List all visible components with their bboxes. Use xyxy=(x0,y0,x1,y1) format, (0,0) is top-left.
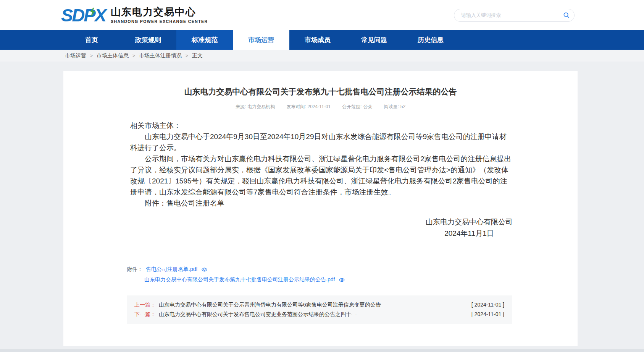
signature-block: 山东电力交易中心有限公司 2024年11月1日 xyxy=(130,216,513,239)
breadcrumb-item-market-operation[interactable]: 市场运营 xyxy=(65,52,86,59)
pager-prev-date: [ 2024-11-01 ] xyxy=(471,300,504,310)
logo-letter-x: X xyxy=(95,6,105,24)
pager-prev-label: 上一篇： xyxy=(134,300,156,310)
nav-item-market-members[interactable]: 市场成员 xyxy=(289,30,346,50)
meta-publish-time: 发布时间:2024-11-01 xyxy=(286,104,331,110)
breadcrumb-item-current: 正文 xyxy=(192,52,203,59)
site-title-cn: 山东电力交易中心 xyxy=(111,6,208,18)
lightning-icon xyxy=(89,8,95,18)
attachment-row: 附件： 售电公司注册名单.pdf xyxy=(127,266,578,273)
pager-prev-link[interactable]: 山东电力交易中心有限公司关于公示青州海岱电力有限公司等6家售电公司注册信息变更的… xyxy=(159,300,471,310)
attachments-label: 附件： xyxy=(127,266,143,273)
main-nav: 首页 政策规则 标准规范 市场运营 市场成员 常见问题 历史信息 xyxy=(0,30,644,50)
nav-item-history[interactable]: 历史信息 xyxy=(402,30,459,50)
article-title: 山东电力交易中心有限公司关于发布第九十七批售电公司注册公示结果的公告 xyxy=(63,71,578,97)
paragraph: 公示期间，市场有关方对山东赢伦电力科技有限公司、浙江绿星普化电力服务有限公司2家… xyxy=(130,153,513,198)
article-card: 山东电力交易中心有限公司关于发布第九十七批售电公司注册公示结果的公告 来源:电力… xyxy=(63,71,578,346)
nav-item-faq[interactable]: 常见问题 xyxy=(346,30,402,50)
paragraph: 附件：售电公司注册名单 xyxy=(130,198,513,209)
search-input[interactable] xyxy=(461,12,563,18)
site-logo[interactable]: SD P X 山东电力交易中心 SHANDONG POWER EXCHANGE … xyxy=(61,6,208,24)
search-icon[interactable] xyxy=(563,12,570,18)
logo-letter-p: P xyxy=(84,6,94,24)
article-body: 相关市场主体： 山东电力交易中心于2024年9月30日至2024年10月29日对… xyxy=(130,120,513,209)
breadcrumb: 市场运营 > 市场主体信息 > 市场主体注册情况 > 正文 xyxy=(0,50,644,62)
footer-strip xyxy=(0,349,644,352)
logo-text: 山东电力交易中心 SHANDONG POWER EXCHANGE CENTER xyxy=(111,6,208,24)
nav-item-home[interactable]: 首页 xyxy=(63,30,120,50)
attachment-row: 山东电力交易中心有限公司关于发布第九十七批售电公司注册公示结果的公告.pdf xyxy=(144,276,578,283)
signature-date: 2024年11月1日 xyxy=(426,228,513,239)
pager-prev-row: 上一篇： 山东电力交易中心有限公司关于公示青州海岱电力有限公司等6家售电公司注册… xyxy=(134,300,504,310)
meta-scope: 公开范围:公众 xyxy=(342,104,372,110)
breadcrumb-separator: > xyxy=(132,53,135,58)
main-nav-inner: 首页 政策规则 标准规范 市场运营 市场成员 常见问题 历史信息 xyxy=(63,30,459,50)
breadcrumb-item-subject-info[interactable]: 市场主体信息 xyxy=(97,52,129,59)
breadcrumb-separator: > xyxy=(186,53,188,58)
logo-mark: SD P X xyxy=(61,6,105,24)
pager-next-label: 下一篇： xyxy=(134,310,156,319)
site-title-en: SHANDONG POWER EXCHANGE CENTER xyxy=(111,19,208,24)
attachments-section: 附件： 售电公司注册名单.pdf 山东电力交易中心有限公司关于发布第九十七批售电… xyxy=(127,266,578,283)
nav-item-standards[interactable]: 标准规范 xyxy=(176,30,233,50)
nav-item-market-operation[interactable]: 市场运营 xyxy=(233,30,289,50)
attachment-link-registration-list[interactable]: 售电公司注册名单.pdf xyxy=(146,266,197,273)
article-meta: 来源:电力交易机构 发布时间:2024-11-01 公开范围:公众 阅读量:52 xyxy=(63,104,578,110)
preview-eye-icon[interactable] xyxy=(201,267,208,272)
attachment-link-announcement-pdf[interactable]: 山东电力交易中心有限公司关于发布第九十七批售电公司注册公示结果的公告.pdf xyxy=(144,276,335,283)
site-header: SD P X 山东电力交易中心 SHANDONG POWER EXCHANGE … xyxy=(0,0,644,30)
breadcrumb-item-registration-status[interactable]: 市场主体注册情况 xyxy=(139,52,182,59)
pager-next-link[interactable]: 山东电力交易中心有限公司关于发布售电公司变更业务范围公示结果的公告之四十一 xyxy=(159,310,471,319)
nav-item-policy[interactable]: 政策规则 xyxy=(120,30,176,50)
paragraph: 山东电力交易中心于2024年9月30日至2024年10月29日对山东水发综合能源… xyxy=(130,131,513,153)
meta-view-count: 阅读量:52 xyxy=(384,104,405,110)
signature-company: 山东电力交易中心有限公司 xyxy=(426,216,513,228)
pager-next-date: [ 2024-11-01 ] xyxy=(471,310,504,319)
logo-letters-sd: SD xyxy=(61,6,84,24)
meta-source: 来源:电力交易机构 xyxy=(236,104,275,110)
prev-next-pager: 上一篇： 山东电力交易中心有限公司关于公示青州海岱电力有限公司等6家售电公司注册… xyxy=(127,295,512,324)
pager-next-row: 下一篇： 山东电力交易中心有限公司关于发布售电公司变更业务范围公示结果的公告之四… xyxy=(134,310,504,319)
breadcrumb-separator: > xyxy=(90,53,93,58)
paragraph: 相关市场主体： xyxy=(130,120,513,131)
search-box[interactable] xyxy=(454,9,575,22)
preview-eye-icon[interactable] xyxy=(339,277,345,282)
